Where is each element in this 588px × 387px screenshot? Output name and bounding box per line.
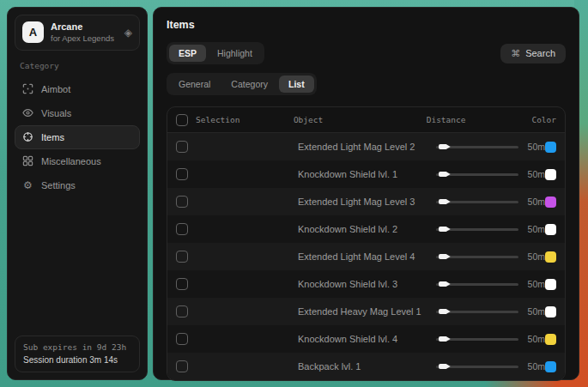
object-name: Extended Light Mag Level 4: [298, 251, 436, 262]
app-name: Arcane: [51, 21, 118, 33]
color-swatch[interactable]: [545, 197, 556, 208]
slider-thumb[interactable]: [439, 336, 451, 342]
slider-thumb[interactable]: [439, 227, 451, 232]
slider-thumb[interactable]: [439, 281, 451, 287]
sidebar-item-settings[interactable]: ⚙ Settings: [15, 173, 140, 197]
table-row: Extended Light Mag Level 2 50m: [167, 133, 565, 160]
slider-thumb[interactable]: [439, 364, 451, 369]
slider-thumb[interactable]: [439, 199, 451, 204]
sub-expires-text: Sub expires in 9d 23h: [23, 342, 131, 354]
table-row: Knockdown Shield lvl. 3 50m: [167, 270, 565, 298]
category-section-label: Category: [20, 61, 135, 70]
column-distance: Distance: [427, 115, 532, 124]
sidebar-item-visuals[interactable]: Visuals: [15, 101, 140, 125]
distance-slider[interactable]: [436, 173, 518, 176]
sidebar: A Arcane for Apex Legends ◈ Category Aim…: [7, 7, 148, 380]
color-swatch[interactable]: [545, 224, 556, 235]
mode-tabs: ESP Highlight: [167, 42, 264, 64]
main-panel: Items ESP Highlight ⌘ Search General Cat…: [153, 7, 579, 380]
table-row: Extended Heavy Mag Level 1 50m: [167, 298, 565, 325]
select-all-checkbox[interactable]: [176, 114, 188, 126]
row-checkbox[interactable]: [176, 333, 188, 345]
distance-value: 50m: [528, 251, 545, 262]
sidebar-item-aimbot[interactable]: Aimbot: [15, 77, 140, 101]
search-button[interactable]: ⌘ Search: [500, 44, 566, 63]
sidebar-item-label: Aimbot: [41, 84, 70, 94]
table-row: Knockdown Shield lvl. 2 50m: [167, 215, 565, 243]
tab-general[interactable]: General: [169, 76, 220, 93]
object-name: Extended Light Mag Level 2: [298, 142, 436, 152]
distance-slider[interactable]: [436, 201, 518, 203]
object-name: Knockdown Shield lvl. 1: [298, 169, 436, 179]
sidebar-item-miscellaneous[interactable]: Miscellaneous: [15, 149, 140, 173]
distance-slider[interactable]: [436, 283, 518, 286]
distance-value: 50m: [528, 224, 545, 234]
session-duration-text: Session duration 3m 14s: [23, 354, 131, 366]
row-checkbox[interactable]: [176, 360, 188, 372]
object-name: Knockdown Shield lvl. 3: [298, 279, 436, 289]
slider-thumb[interactable]: [439, 254, 451, 259]
table-body: Extended Light Mag Level 2 50m Knockdown…: [167, 133, 565, 380]
distance-slider[interactable]: [436, 366, 518, 368]
tab-highlight[interactable]: Highlight: [208, 45, 262, 62]
slider-thumb[interactable]: [439, 144, 451, 149]
eye-icon: [22, 107, 33, 118]
tab-category[interactable]: Category: [221, 76, 277, 93]
row-checkbox[interactable]: [176, 168, 188, 180]
row-checkbox[interactable]: [176, 278, 188, 290]
row-checkbox[interactable]: [176, 305, 188, 317]
distance-value: 50m: [528, 197, 545, 207]
row-checkbox[interactable]: [176, 251, 188, 263]
grid-icon: [22, 155, 33, 166]
sidebar-item-label: Visuals: [41, 108, 71, 118]
color-swatch[interactable]: [545, 334, 556, 345]
search-button-label: Search: [525, 48, 555, 58]
app-header-card: A Arcane for Apex Legends ◈: [15, 15, 140, 51]
distance-slider[interactable]: [436, 146, 518, 148]
tab-list[interactable]: List: [279, 76, 314, 93]
table-row: Extended Light Mag Level 3 50m: [167, 188, 565, 215]
sidebar-item-label: Miscellaneous: [41, 156, 101, 166]
color-swatch[interactable]: [545, 306, 556, 317]
slider-thumb[interactable]: [439, 172, 451, 177]
view-tabs: General Category List: [167, 73, 317, 95]
tab-esp[interactable]: ESP: [169, 45, 206, 62]
column-selection: Selection: [196, 115, 239, 124]
distance-slider[interactable]: [436, 338, 518, 341]
crosshair-icon: [22, 83, 33, 94]
sidebar-item-items[interactable]: Items: [15, 125, 140, 149]
distance-slider[interactable]: [436, 256, 518, 258]
distance-value: 50m: [528, 334, 545, 344]
diamond-badge-icon[interactable]: ◈: [124, 27, 132, 39]
row-checkbox[interactable]: [176, 196, 188, 208]
color-swatch[interactable]: [545, 142, 556, 153]
object-name: Knockdown Shield lvl. 2: [298, 224, 436, 234]
row-checkbox[interactable]: [176, 223, 188, 235]
sidebar-item-label: Items: [41, 132, 64, 142]
distance-value: 50m: [528, 306, 545, 317]
distance-value: 50m: [528, 279, 545, 289]
color-swatch[interactable]: [545, 169, 556, 180]
object-name: Backpack lvl. 1: [298, 361, 436, 372]
table-row: Backpack lvl. 1 50m: [167, 353, 565, 380]
table-row: Extended Light Mag Level 4 50m: [167, 243, 565, 270]
distance-slider[interactable]: [436, 228, 518, 231]
color-swatch[interactable]: [545, 279, 556, 290]
distance-value: 50m: [528, 169, 545, 179]
column-color: Color: [531, 115, 556, 124]
target-icon: [22, 131, 33, 142]
gear-icon: ⚙: [22, 179, 33, 191]
object-name: Extended Light Mag Level 3: [298, 197, 436, 207]
slider-thumb[interactable]: [439, 309, 451, 314]
items-table: Selection Object Distance Color Extended…: [167, 106, 566, 381]
table-row: Knockdown Shield lvl. 4 50m: [167, 325, 565, 353]
object-name: Knockdown Shield lvl. 4: [298, 334, 436, 344]
table-row: Knockdown Shield lvl. 1 50m: [167, 160, 565, 188]
color-swatch[interactable]: [545, 251, 556, 263]
page-title: Items: [167, 19, 566, 31]
color-swatch[interactable]: [545, 361, 556, 372]
distance-slider[interactable]: [436, 311, 518, 313]
command-key-icon: ⌘: [511, 48, 520, 59]
subscription-card: Sub expires in 9d 23h Session duration 3…: [15, 336, 140, 372]
row-checkbox[interactable]: [176, 141, 188, 153]
